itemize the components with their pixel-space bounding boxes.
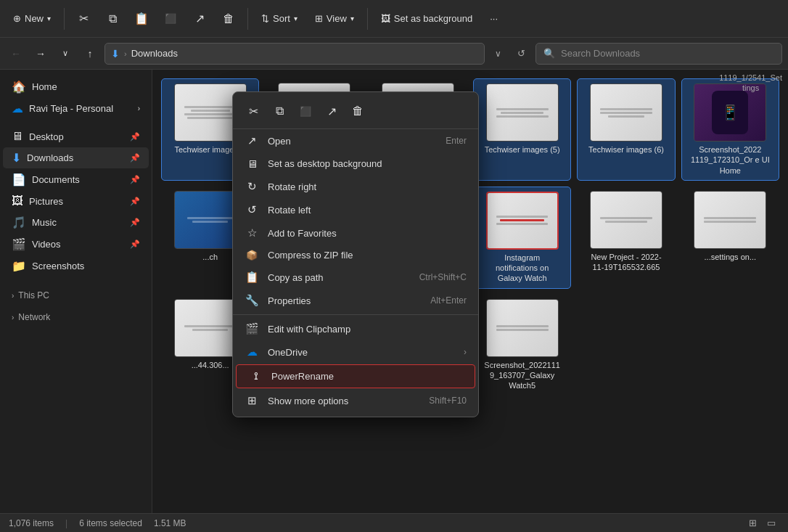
copy-button[interactable]: ⧉ [99, 6, 126, 32]
sidebar-item-desktop[interactable]: 🖥 Desktop 📌 [3, 126, 149, 147]
ctx-open-shortcut: Enter [446, 136, 467, 146]
file-area: 1119_1/2541_Settings Techwiser image (1) [152, 70, 788, 513]
sidebar-item-screenshots[interactable]: 📁 Screenshots [3, 255, 149, 277]
ctx-properties-item[interactable]: 🔧 Properties Alt+Enter [233, 289, 478, 312]
ctx-power-rename-item[interactable]: ⟟ PowerRename [236, 364, 475, 388]
ctx-compress-zip-item[interactable]: 📦 Compress to ZIP file [233, 245, 478, 266]
up-button[interactable]: ↑ [80, 44, 100, 64]
address-dropdown-button[interactable]: ∨ [489, 45, 506, 62]
item-count: 1,076 items [9, 518, 54, 528]
ctx-onedrive-item[interactable]: ☁ OneDrive › [233, 340, 478, 364]
ctx-share-button[interactable]: ↗ [320, 99, 343, 123]
more-options-icon: ⊞ [245, 394, 259, 407]
ctx-copy-button[interactable]: ⧉ [268, 99, 291, 123]
forward-button[interactable]: → [30, 44, 51, 64]
list-view-button[interactable]: ▭ [763, 515, 779, 531]
ctx-rotate-right-label: Rotate right [268, 181, 467, 192]
addressbar-row: ← → ∨ ↑ ⬇ › Downloads ∨ ↺ 🔍 Search Downl… [0, 38, 788, 70]
address-bar[interactable]: ⬇ › Downloads [104, 43, 485, 65]
separator-2 [247, 8, 248, 30]
sidebar-item-pictures[interactable]: 🖼 Pictures 📌 [3, 191, 149, 211]
ctx-edit-clipchamp-item[interactable]: 🎬 Edit with Clipchamp [233, 317, 478, 340]
sidebar-item-downloads[interactable]: ⬇ Downloads 📌 [3, 147, 149, 168]
star-icon: ☆ [245, 226, 259, 240]
sidebar-network-section[interactable]: › Network [3, 308, 149, 327]
back-button[interactable]: ← [6, 44, 26, 64]
ctx-rename-button[interactable]: ⬛ [294, 99, 317, 123]
view-chevron-icon: ▾ [350, 15, 354, 22]
ctx-properties-shortcut: Alt+Enter [430, 295, 467, 306]
ctx-power-rename-label: PowerRename [271, 371, 463, 382]
cut-button[interactable]: ✂ [70, 6, 97, 32]
selected-count: 6 items selected [79, 518, 142, 528]
context-toolbar: ✂ ⧉ ⬛ ↗ 🗑 [233, 97, 478, 129]
sidebar-downloads-label: Downloads [27, 152, 124, 163]
search-bar[interactable]: 🔍 Search Downloads [535, 43, 782, 65]
downloads-icon: ⬇ [12, 151, 21, 165]
wallpaper-icon: 🖼 [381, 13, 390, 24]
desktop-pin-icon: 📌 [130, 132, 140, 142]
share-button[interactable]: ↗ [186, 6, 213, 32]
grid-view-button[interactable]: ⊞ [744, 515, 760, 531]
ctx-copy-path-shortcut: Ctrl+Shift+C [419, 272, 467, 282]
open-icon: ↗ [245, 134, 259, 147]
main-toolbar: ⊕ New ▾ ✂ ⧉ 📋 ⬛ ↗ 🗑 ⇅ Sort ▾ ⊞ View ▾ 🖼 … [0, 0, 788, 38]
ctx-properties-label: Properties [268, 295, 422, 306]
sidebar-desktop-label: Desktop [29, 131, 124, 142]
view-toggle: ⊞ ▭ [744, 515, 779, 531]
search-placeholder: Search Downloads [561, 48, 640, 59]
sidebar-videos-label: Videos [32, 239, 124, 250]
sort-button[interactable]: ⇅ Sort ▾ [254, 9, 305, 28]
ctx-compress-zip-label: Compress to ZIP file [268, 250, 467, 261]
zip-icon: 📦 [245, 250, 259, 261]
refresh-button[interactable]: ↺ [511, 44, 531, 64]
ctx-copy-path-item[interactable]: 📋 Copy as path Ctrl+Shift+C [233, 266, 478, 289]
ctx-onedrive-label: OneDrive [268, 347, 455, 358]
sidebar-thispc-section[interactable]: › This PC [3, 286, 149, 305]
recent-locations-button[interactable]: ∨ [55, 44, 75, 64]
sidebar-item-videos[interactable]: 🎬 Videos 📌 [3, 234, 149, 255]
context-menu: ✂ ⧉ ⬛ ↗ 🗑 ↗ Open Enter 🖥 Set as desktop … [232, 91, 479, 417]
ctx-rotate-right-item[interactable]: ↻ Rotate right [233, 175, 478, 198]
videos-icon: 🎬 [12, 237, 26, 251]
videos-pin-icon: 📌 [130, 240, 140, 249]
new-label: New [25, 13, 44, 24]
sort-chevron-icon: ▾ [294, 15, 297, 22]
sidebar-item-home[interactable]: 🏠 Home [3, 76, 149, 97]
ctx-add-favorites-item[interactable]: ☆ Add to Favorites [233, 221, 478, 245]
screenshots-icon: 📁 [12, 259, 26, 273]
sort-label: Sort [273, 13, 290, 24]
network-expand-icon: › [12, 314, 14, 322]
ctx-show-more-options-label: Show more options [268, 396, 420, 406]
ctx-rotate-left-item[interactable]: ↺ Rotate left [233, 198, 478, 221]
properties-icon: 🔧 [245, 294, 259, 307]
statusbar-separator: | [65, 518, 67, 528]
ctx-open-item[interactable]: ↗ Open Enter [233, 129, 478, 152]
delete-button[interactable]: 🗑 [216, 6, 242, 32]
ctx-separator [233, 314, 478, 315]
ctx-cut-button[interactable]: ✂ [242, 99, 265, 123]
view-icon: ⊞ [315, 13, 323, 24]
separator-1 [64, 8, 65, 30]
sidebar-thispc-label: This PC [18, 290, 49, 300]
paste-button[interactable]: 📋 [128, 6, 155, 32]
ctx-show-more-options-shortcut: Shift+F10 [429, 396, 467, 406]
sidebar-item-documents[interactable]: 📄 Documents 📌 [3, 169, 149, 190]
ctx-delete-button[interactable]: 🗑 [346, 99, 369, 123]
new-button[interactable]: ⊕ New ▾ [6, 9, 58, 28]
rename-button[interactable]: ⬛ [157, 6, 184, 32]
desktop-bg-icon: 🖥 [245, 157, 259, 170]
set-background-button[interactable]: 🖼 Set as background [374, 9, 480, 28]
more-options-button[interactable]: ··· [483, 9, 505, 28]
ctx-show-more-options-item[interactable]: ⊞ Show more options Shift+F10 [233, 389, 478, 412]
pictures-icon: 🖼 [12, 195, 23, 208]
documents-icon: 📄 [12, 173, 26, 187]
power-rename-icon: ⟟ [248, 370, 263, 382]
view-button[interactable]: ⊞ View ▾ [308, 9, 361, 28]
sort-icon: ⇅ [261, 13, 269, 24]
sidebar-pictures-label: Pictures [29, 196, 124, 207]
ctx-set-desktop-bg-item[interactable]: 🖥 Set as desktop background [233, 152, 478, 175]
sidebar-item-onedrive[interactable]: ☁ Ravi Teja - Personal › [3, 98, 149, 119]
sidebar-item-music[interactable]: 🎵 Music 📌 [3, 212, 149, 233]
music-icon: 🎵 [12, 216, 26, 229]
